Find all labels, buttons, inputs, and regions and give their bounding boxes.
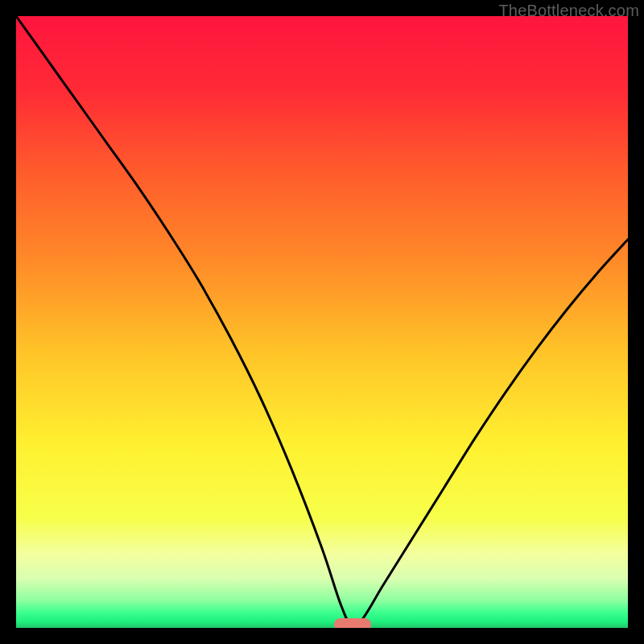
plot-area: [16, 16, 628, 628]
minimum-marker: [334, 618, 371, 628]
curve-path: [16, 16, 628, 628]
chart-frame: [16, 16, 628, 628]
watermark-text: TheBottleneck.com: [498, 2, 639, 20]
bottleneck-curve: [16, 16, 628, 628]
